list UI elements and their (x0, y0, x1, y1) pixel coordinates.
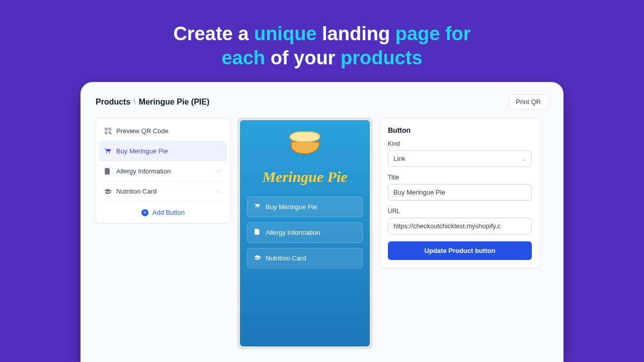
url-input[interactable] (388, 218, 532, 234)
app-window: Products \ Meringue Pie (PIE) Print QR P… (80, 82, 564, 362)
svg-rect-2 (105, 132, 107, 134)
sidebar-item-buy[interactable]: Buy Meringue Pie ⋯⋯ (99, 141, 227, 161)
breadcrumb: Products \ Meringue Pie (PIE) (96, 98, 209, 107)
sidebar-item-label: Preview QR Code (116, 127, 169, 135)
product-name: Meringue Pie (262, 168, 347, 186)
sidebar-item-label: Buy Meringue Pie (116, 147, 168, 155)
sidebar-item-preview-qr[interactable]: Preview QR Code (99, 121, 227, 141)
drag-handle-icon[interactable]: ⋯⋯ (216, 169, 222, 173)
qr-icon (104, 128, 111, 135)
drag-handle-icon[interactable]: ⋯⋯ (216, 190, 222, 194)
preview-button-buy[interactable]: Buy Meringue Pie (247, 197, 363, 217)
preview-button-nutrition[interactable]: Nutrition Card (247, 248, 363, 268)
form-section-title: Button (388, 126, 532, 134)
breadcrumb-root[interactable]: Products (96, 98, 130, 107)
topbar: Products \ Meringue Pie (PIE) Print QR (96, 94, 548, 110)
sidebar-item-allergy[interactable]: Allergy Information ⋯⋯ (99, 161, 227, 182)
drag-handle-icon[interactable]: ⋯⋯ (216, 149, 222, 153)
button-form-panel: Button Kind Link ⌄ Title URL Update Prod… (379, 118, 540, 268)
preview-frame: Meringue Pie Buy Meringue Pie Allergy In… (237, 118, 372, 349)
svg-rect-3 (109, 132, 110, 133)
breadcrumb-current: Meringue Pie (PIE) (139, 98, 209, 107)
breadcrumb-separator: \ (133, 98, 135, 107)
plus-circle-icon: + (141, 209, 148, 216)
document-icon (254, 229, 261, 236)
sidebar-item-nutrition[interactable]: Nutrition Card ⋯⋯ (99, 182, 227, 202)
update-product-button[interactable]: Update Product button (388, 241, 532, 260)
title-label: Title (388, 174, 532, 181)
svg-rect-1 (109, 128, 111, 130)
graduation-icon (254, 255, 261, 262)
preview-button-allergy[interactable]: Allergy Information (247, 222, 363, 243)
sidebar-item-label: Nutrition Card (116, 188, 156, 195)
add-button-label: Add Button (152, 209, 185, 216)
document-icon (104, 168, 111, 175)
add-button[interactable]: + Add Button (99, 202, 227, 220)
print-qr-button[interactable]: Print QR (508, 94, 548, 110)
title-input[interactable] (388, 184, 532, 201)
preview-button-label: Buy Meringue Pie (266, 203, 317, 211)
url-label: URL (388, 208, 532, 215)
kind-select[interactable]: Link ⌄ (388, 150, 532, 167)
sidebar-panel: Preview QR Code Buy Meringue Pie ⋯⋯ Alle… (96, 118, 230, 224)
kind-select-value: Link (393, 155, 406, 162)
product-image (286, 130, 324, 158)
landing-page-preview: Meringue Pie Buy Meringue Pie Allergy In… (240, 120, 370, 346)
kind-label: Kind (388, 140, 532, 147)
sidebar-item-label: Allergy Information (116, 167, 171, 175)
preview-button-label: Nutrition Card (266, 254, 306, 262)
cart-icon (104, 148, 111, 155)
svg-rect-4 (110, 133, 111, 134)
chevron-down-icon: ⌄ (522, 155, 526, 162)
cart-icon (254, 203, 261, 211)
hero-title: Create a unique landing page for each of… (0, 0, 644, 77)
preview-button-label: Allergy Information (266, 229, 320, 236)
svg-rect-0 (105, 128, 107, 130)
graduation-icon (104, 188, 111, 195)
